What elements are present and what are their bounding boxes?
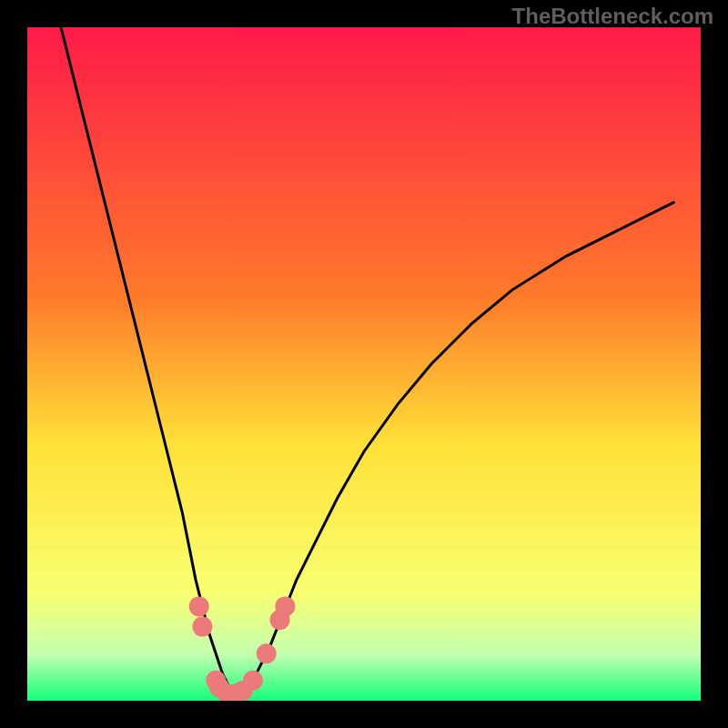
gradient-background — [27, 27, 701, 701]
data-marker — [243, 671, 263, 691]
plot-area — [27, 27, 701, 701]
data-marker — [275, 596, 295, 616]
chart-svg — [27, 27, 701, 701]
data-marker — [257, 643, 277, 663]
data-marker — [189, 596, 209, 616]
data-marker — [192, 617, 212, 637]
chart-frame: TheBottleneck.com — [0, 0, 728, 728]
watermark-text: TheBottleneck.com — [512, 4, 713, 29]
